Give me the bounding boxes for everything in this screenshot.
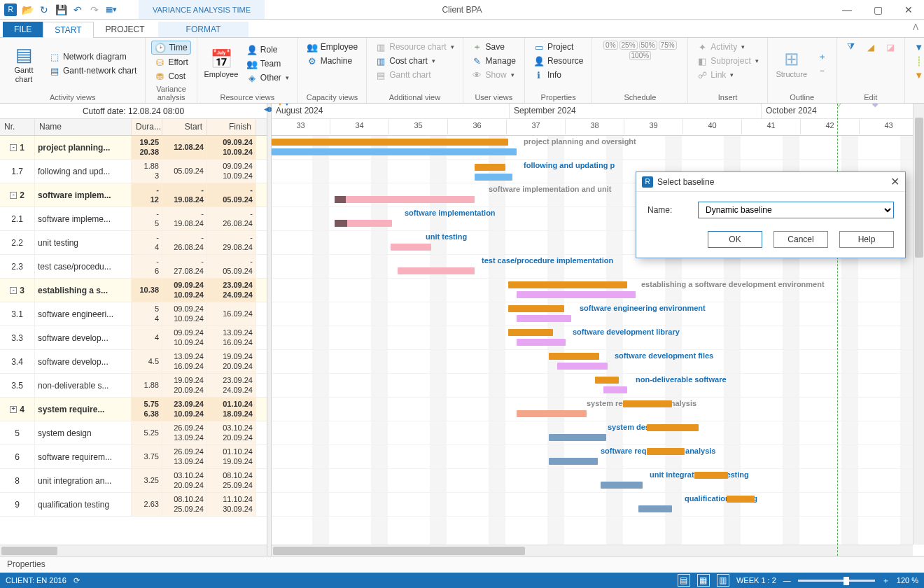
gantt-bar[interactable] [475, 164, 505, 171]
scroll-project-start-button[interactable]: ▼Project start▾ [911, 69, 924, 81]
uv-show-button[interactable]: 👁Show▾ [469, 69, 519, 81]
gantt-bar[interactable] [508, 329, 553, 336]
gantt-bar[interactable] [549, 353, 599, 360]
resource-chart-button[interactable]: ▥Resource chart▾ [372, 41, 456, 53]
gantt-vscrollbar[interactable] [913, 104, 924, 545]
gantt-bar[interactable] [508, 305, 564, 312]
gantt-bar[interactable] [603, 386, 627, 393]
col-nr[interactable]: Nr. [0, 119, 35, 135]
open-icon[interactable]: 📂 [21, 4, 34, 16]
table-row[interactable]: -3establishing a s...10.3809.09.2410.09.… [0, 279, 267, 302]
col-start[interactable]: Start [162, 119, 207, 135]
table-row[interactable]: 3.3software develop...409.09.2410.09.241… [0, 326, 267, 350]
properties-panel-header[interactable]: Properties [0, 556, 924, 573]
gantt-chart-button[interactable]: ▤ Gantt chart [6, 41, 42, 87]
project-props-button[interactable]: ▭Project [531, 41, 586, 53]
gantt-bar[interactable] [272, 148, 517, 155]
schedule-75[interactable]: 75% [659, 41, 677, 50]
status-view1-icon[interactable]: ▤ [678, 574, 690, 587]
team-button[interactable]: 👥Team [244, 57, 292, 70]
zoom-out-button[interactable]: — [783, 576, 791, 584]
status-view2-icon[interactable]: ▦ [697, 574, 710, 587]
table-row[interactable]: 6software requirem...3.7526.09.2413.09.2… [0, 445, 267, 469]
table-row[interactable]: -2software implem...-12-19.08.24-05.09.2… [0, 183, 267, 207]
highlight-button[interactable]: ◢ [862, 41, 879, 53]
capacity-employee-button[interactable]: 👥Employee [304, 41, 360, 53]
status-refresh-icon[interactable]: ⟳ [74, 576, 80, 585]
cancel-button[interactable]: Cancel [774, 231, 828, 248]
qat-more-icon[interactable]: ▦▾ [105, 4, 118, 16]
gantt-bar[interactable] [549, 458, 598, 465]
tab-file[interactable]: FILE [3, 22, 43, 37]
baseline-select[interactable]: Dynamic baseline [698, 202, 894, 218]
gantt-row[interactable] [272, 469, 924, 493]
undo-icon[interactable]: ↶ [71, 4, 84, 16]
gantt-bar[interactable] [638, 505, 672, 512]
gantt-bar[interactable] [727, 496, 755, 503]
gantt-bar[interactable] [557, 363, 608, 370]
dialog-titlebar[interactable]: R Select baseline ✕ [636, 172, 905, 192]
help-button[interactable]: Help [839, 231, 894, 248]
minimize-button[interactable]: — [832, 0, 862, 19]
table-row[interactable]: 1.7following and upd...1.88305.09.2409.0… [0, 160, 267, 183]
zoom-in-button[interactable]: ＋ [882, 575, 890, 586]
gantt-hscrollbar[interactable] [272, 545, 913, 556]
scroll-current-button[interactable]: ┊Current date [911, 55, 924, 67]
gantt-bar[interactable] [517, 339, 566, 346]
col-finish[interactable]: Finish [207, 119, 256, 135]
expander-icon[interactable]: - [10, 144, 17, 151]
gantt-bar[interactable] [647, 424, 699, 431]
table-hscrollbar[interactable] [0, 545, 267, 556]
variance-cost-button[interactable]: ⛃Cost [151, 70, 190, 83]
table-row[interactable]: 8unit integration an...3.2503.10.2420.09… [0, 469, 267, 493]
gantt-bar[interactable] [601, 482, 643, 489]
schedule-0[interactable]: 0% [603, 41, 617, 50]
cost-chart-button[interactable]: ▥Cost chart▾ [372, 55, 456, 67]
gantt-row[interactable] [272, 421, 924, 445]
schedule-25[interactable]: 25% [620, 41, 638, 50]
schedule-100[interactable]: 100% [629, 51, 652, 60]
save-icon[interactable]: 💾 [55, 4, 67, 16]
info-button[interactable]: ℹInfo [531, 69, 586, 81]
col-name[interactable]: Name [35, 119, 132, 135]
gantt-bar[interactable] [517, 315, 571, 322]
gantt-bar[interactable] [475, 174, 512, 181]
dialog-close-button[interactable]: ✕ [890, 175, 899, 188]
add-gantt-button[interactable]: ▤Gantt chart [372, 69, 456, 81]
gantt-bar[interactable] [549, 434, 606, 441]
status-view3-icon[interactable]: ▥ [717, 574, 729, 587]
table-row[interactable]: 5system design5.2526.09.2413.09.2403.10.… [0, 421, 267, 445]
expander-icon[interactable]: - [10, 287, 17, 294]
ok-button[interactable]: OK [708, 231, 762, 248]
scroll-cutoff-button[interactable]: ▼Cutoff date [911, 41, 924, 53]
gantt-row[interactable] [272, 493, 924, 517]
tab-start[interactable]: START [43, 22, 93, 38]
zoom-slider[interactable] [798, 580, 875, 582]
gantt-bar[interactable] [517, 291, 636, 298]
collapse-ribbon-icon[interactable]: ᐱ [913, 22, 918, 32]
schedule-50[interactable]: 50% [639, 41, 657, 50]
table-row[interactable]: 2.2unit testing-4-26.08.24-29.08.24 [0, 231, 267, 255]
table-row[interactable]: 9qualification testing2.6308.10.2425.09.… [0, 493, 267, 517]
expander-icon[interactable]: + [10, 406, 17, 413]
table-row[interactable]: 3.1software engineeri...5409.09.2410.09.… [0, 302, 267, 326]
outline-collapse[interactable]: － [814, 64, 831, 77]
gantt-bar[interactable] [508, 281, 627, 288]
table-row[interactable]: +4system require...5.756.3823.09.2410.09… [0, 398, 267, 421]
tab-format[interactable]: FORMAT [158, 22, 249, 37]
table-row[interactable]: 2.1software impleme...-5-19.08.24-26.08.… [0, 207, 267, 231]
expander-icon[interactable]: - [10, 192, 17, 199]
gantt-bar[interactable] [595, 377, 619, 384]
uv-manage-button[interactable]: ✎Manage [469, 55, 519, 67]
gantt-bar[interactable] [694, 472, 728, 479]
gantt-bar[interactable] [272, 139, 508, 146]
gantt-bar[interactable] [623, 400, 672, 407]
refresh-icon[interactable]: ↻ [38, 4, 50, 16]
capacity-machine-button[interactable]: ⚙Machine [304, 55, 360, 67]
network-diagram-button[interactable]: ⬚Network diagram [46, 50, 139, 63]
insert-activity-button[interactable]: ✦Activity▾ [694, 41, 761, 53]
gantt-bar[interactable] [647, 448, 685, 455]
gantt-bar[interactable] [335, 220, 392, 227]
gantt-bar[interactable] [335, 196, 475, 203]
insert-link-button[interactable]: ☍Link▾ [694, 69, 761, 81]
